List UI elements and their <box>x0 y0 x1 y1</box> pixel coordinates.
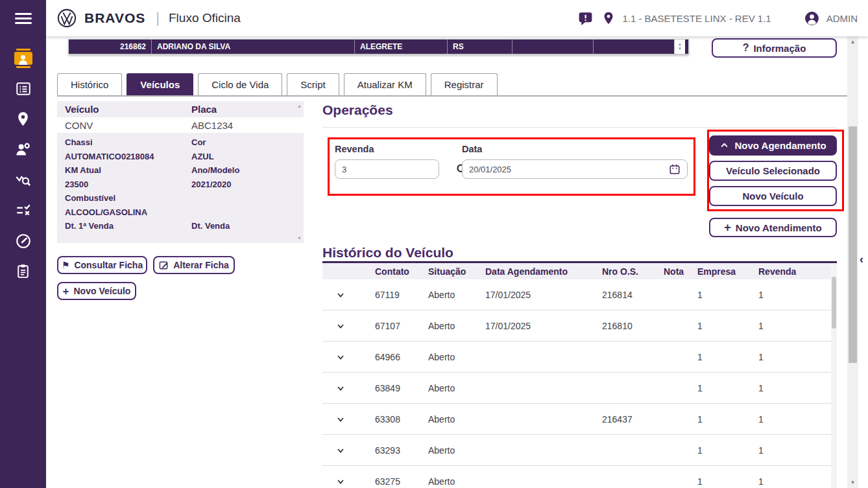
history-row[interactable]: 64966Aberto11 <box>322 342 837 373</box>
tab-historico[interactable]: Histórico <box>57 73 122 95</box>
record-spinner[interactable]: ▲▼ <box>674 40 685 54</box>
data-label: Data <box>462 144 482 154</box>
history-row[interactable]: 63275Aberto11 <box>322 466 837 488</box>
customer-empty-1 <box>512 40 593 54</box>
expand-row-button[interactable] <box>322 414 375 424</box>
col-data-agendamento: Data Agendamento <box>485 266 602 277</box>
chevron-down-icon <box>335 445 346 456</box>
vw-logo-icon <box>57 8 77 28</box>
page-scrollbar-thumb[interactable] <box>849 126 857 363</box>
tab-ciclo-de-vida[interactable]: Ciclo de Vida <box>198 73 282 95</box>
vehicle-field-row: Combustível <box>57 191 304 205</box>
notification-button[interactable] <box>577 10 594 27</box>
history-row[interactable]: 63849Aberto11 <box>322 373 837 404</box>
chart-search-icon <box>14 171 32 189</box>
tab-registrar[interactable]: Registrar <box>431 73 498 95</box>
expand-row-button[interactable] <box>322 290 375 300</box>
sidebar-item-worker[interactable] <box>0 134 46 165</box>
vehicle-field-row: KM AtualAno/Modelo <box>57 163 304 178</box>
expand-row-button[interactable] <box>322 445 375 456</box>
chevron-down-icon <box>335 352 346 362</box>
hamburger-icon <box>15 10 32 27</box>
col-nro-os: Nro O.S. <box>602 266 664 277</box>
table-scrollbar[interactable] <box>831 263 837 488</box>
consultar-ficha-button[interactable]: ⚑ Consultar Ficha <box>57 256 147 274</box>
expand-row-button[interactable] <box>322 321 375 331</box>
worker-gear-icon <box>14 141 32 158</box>
revenda-label: Revenda <box>335 144 374 154</box>
scroll-up-icon[interactable]: ▲ <box>847 39 858 45</box>
module-title: Fluxo Oficina <box>169 11 241 25</box>
novo-veiculo-left-button[interactable]: + Novo Veículo <box>57 282 136 300</box>
edit-icon <box>159 261 169 270</box>
expand-row-button[interactable] <box>322 352 375 362</box>
revenda-input[interactable] <box>342 165 456 174</box>
vehicle-selected-row[interactable]: CONV ABC1234 <box>57 117 304 133</box>
calendar-icon[interactable] <box>669 163 681 175</box>
sidebar-item-location[interactable] <box>0 104 46 134</box>
customer-empty-2 <box>593 40 674 54</box>
alterar-ficha-button[interactable]: Alterar Ficha <box>153 256 235 274</box>
history-title: Histórico do Veículo <box>322 245 453 261</box>
spinner-down-icon: ▼ <box>678 47 682 51</box>
flag-icon: ⚑ <box>62 261 70 270</box>
menu-button[interactable] <box>0 0 46 36</box>
scroll-down-icon[interactable]: ▼ <box>847 480 858 485</box>
tab-underline <box>57 95 851 97</box>
history-row[interactable]: 67119Aberto17/01/202521681411 <box>322 279 837 310</box>
chevron-down-icon <box>335 290 346 300</box>
vehicle-detail-panel: Veículo Placa CONV ABC1234 ChassiCor AUT… <box>57 101 304 243</box>
plus-icon: + <box>724 222 731 233</box>
sidebar-item-clipboard[interactable] <box>0 256 46 286</box>
history-row[interactable]: 67107Aberto17/01/202521681011 <box>322 310 837 342</box>
expand-row-button[interactable] <box>322 476 375 487</box>
customer-city: ALEGRETE <box>354 40 447 54</box>
tab-veiculos[interactable]: Veículos <box>127 73 193 95</box>
user-menu[interactable]: ADMIN <box>804 10 858 27</box>
tab-atualizar-km[interactable]: Atualizar KM <box>344 73 426 95</box>
history-row[interactable]: 63293Aberto11 <box>322 435 837 466</box>
contact-card-icon <box>14 49 32 68</box>
operations-divider <box>322 127 837 128</box>
panel-scroll-up-icon[interactable]: ▲ <box>297 104 302 108</box>
location-selector[interactable]: 1.1 - BASETESTE LINX - REV 1.1 <box>601 11 771 25</box>
sidebar-item-tasks[interactable] <box>0 195 46 226</box>
page-scrollbar[interactable]: ▲ ▼ <box>847 36 858 488</box>
sidebar-item-dashboard[interactable] <box>0 226 46 256</box>
vehicle-history-table: Contato Situação Data Agendamento Nro O.… <box>322 261 837 488</box>
panel-scroll-down-icon[interactable]: ▼ <box>297 236 302 240</box>
collapse-panel-icon[interactable]: ‹ <box>860 253 863 266</box>
location-pin-icon <box>15 111 31 127</box>
novo-atendimento-button[interactable]: + Novo Atendimento <box>709 218 837 237</box>
chevron-down-icon <box>335 414 346 424</box>
history-row[interactable]: 63308Aberto21643711 <box>322 404 837 435</box>
expand-row-button[interactable] <box>322 383 375 393</box>
data-input[interactable] <box>469 165 669 174</box>
sidebar-item-contact-card[interactable] <box>0 43 46 73</box>
vehicle-field-row: ChassiCor <box>57 135 304 150</box>
chat-alert-icon <box>577 10 594 27</box>
col-empresa: Empresa <box>697 266 758 277</box>
chevron-down-icon <box>335 321 346 331</box>
checklist-icon <box>15 202 32 219</box>
sidebar-item-list[interactable] <box>0 73 46 104</box>
novo-veiculo-right-button[interactable]: Novo Veículo <box>709 186 837 206</box>
customer-code: 216862 <box>69 40 151 54</box>
vehicle-field-row: Dt. 1ª VendaDt. Venda <box>57 219 304 233</box>
chevron-down-icon <box>335 383 346 393</box>
vehicle-value: CONV <box>65 120 191 131</box>
location-pin-icon <box>601 11 616 25</box>
novo-agendamento-button[interactable]: Novo Agendamento <box>709 135 837 156</box>
veiculo-selecionado-button[interactable]: Veículo Selecionado <box>709 161 837 181</box>
placa-col-header: Placa <box>191 104 304 115</box>
table-scrollbar-thumb[interactable] <box>832 277 836 329</box>
clipboard-icon <box>15 263 31 279</box>
informacao-button[interactable]: ? Informação <box>712 38 837 58</box>
plus-icon: + <box>63 286 69 297</box>
col-contato: Contato <box>375 266 428 277</box>
tab-script[interactable]: Script <box>287 73 339 95</box>
gauge-icon <box>15 233 32 250</box>
sidebar-item-analytics[interactable] <box>0 165 46 195</box>
user-name: ADMIN <box>826 13 858 24</box>
customer-record-bar[interactable]: 216862 ADRIANO DA SILVA ALEGRETE RS ▲▼ <box>68 39 689 54</box>
